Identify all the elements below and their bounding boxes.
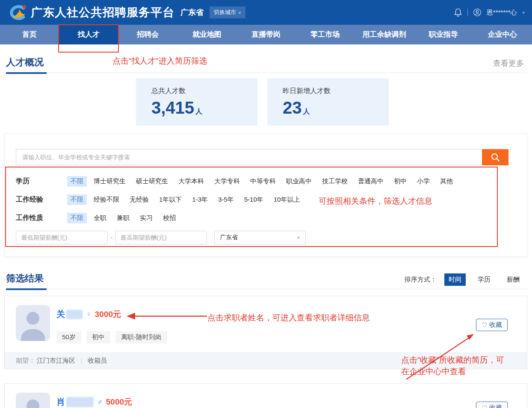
candidate-name-link[interactable]: 肖 <box>56 396 94 408</box>
nav-item-labor-surplus-adjustment[interactable]: 用工余缺调剂 <box>355 25 414 44</box>
filter-label-education: 学历 <box>16 177 67 186</box>
filter-option[interactable]: 无经验 <box>126 194 152 205</box>
brand[interactable]: 广东人社公共招聘服务平台 <box>7 4 174 21</box>
nav-item-employment-map[interactable]: 就业地图 <box>177 25 236 44</box>
filter-label-job-type: 工作性质 <box>16 214 67 223</box>
results-section: 筛选结果 排序方式： 时间学历薪酬 关 <box>0 270 532 408</box>
stat-card-new-talent: 昨日新增人才数 23人 <box>267 78 389 126</box>
sort-option-salary[interactable]: 薪酬 <box>502 273 524 286</box>
nav-item-find-talent[interactable]: 找人才 <box>59 25 118 44</box>
filter-option[interactable]: 5-10年 <box>241 194 267 205</box>
candidate-card: 肖 ♂ 5000元 ♡ 收藏 <box>4 383 527 408</box>
filter-option[interactable]: 技工学校 <box>319 176 351 187</box>
header-right: 恩*******心 ∨ <box>454 8 525 17</box>
card-main: 肖 ♂ 5000元 ♡ 收藏 <box>5 384 527 408</box>
stat-cards: 总共人才数 3,415人 昨日新增人才数 23人 <box>136 78 532 126</box>
filter-option[interactable]: 兼职 <box>113 213 133 223</box>
sort-area: 排序方式： 时间学历薪酬 <box>405 273 527 286</box>
candidate-tag: 离职-随时到岗 <box>115 331 167 343</box>
filter-option[interactable]: 博士研究生 <box>90 176 129 187</box>
filter-option[interactable]: 硕士研究生 <box>133 176 171 187</box>
stat-label: 昨日新增人才数 <box>283 87 389 96</box>
filter-row-experience: 工作经验不限经验不限无经验1年以下1-3年3-5年5-10年10年以上 <box>16 191 527 209</box>
filter-label-experience: 工作经验 <box>16 195 67 204</box>
chevron-down-icon[interactable]: ∨ <box>522 11 525 15</box>
filter-option[interactable]: 10年以上 <box>270 194 304 205</box>
sort-option-time[interactable]: 时间 <box>444 273 466 286</box>
filter-option[interactable]: 不限 <box>67 194 87 205</box>
nav-item-career-guidance[interactable]: 职业指导 <box>414 25 473 44</box>
stat-unit: 人 <box>303 108 310 115</box>
sort-option-education[interactable]: 学历 <box>473 273 495 286</box>
avatar-torso <box>21 329 45 341</box>
avatar <box>16 393 50 408</box>
filter-option[interactable]: 不限 <box>67 213 87 223</box>
chevron-down-icon: ∨ <box>238 11 241 15</box>
candidate-name-link[interactable]: 关 <box>56 308 83 320</box>
avatar-head <box>27 399 39 408</box>
annotation-nav-tip: 点击“找人才”进入简历筛选 <box>112 56 207 67</box>
favorite-button[interactable]: ♡ 收藏 <box>476 402 508 408</box>
site-title: 广东人社公共招聘服务平台 <box>31 5 174 20</box>
talent-overview-section: 人才概况 查看更多 总共人才数 3,415人 昨日新增人才数 23人 <box>0 54 532 126</box>
province-label: 广东省 <box>180 7 204 18</box>
favorite-button[interactable]: ♡ 收藏 <box>476 319 508 331</box>
female-icon: ♀ <box>86 310 92 319</box>
header-divider <box>467 9 468 16</box>
salary-min-input[interactable] <box>16 231 108 244</box>
filter-option[interactable]: 初中 <box>390 176 410 187</box>
search-button[interactable] <box>482 149 508 165</box>
section-title-overview: 人才概况 <box>6 54 44 73</box>
filter-option[interactable]: 实习 <box>136 213 156 223</box>
filter-option[interactable]: 中等专科 <box>247 176 279 187</box>
censored-name-block <box>66 310 83 319</box>
name-row: 关 ♀ 3000元 <box>56 308 167 320</box>
switch-city-button[interactable]: 切换城市 ∨ <box>210 6 245 18</box>
candidate-tag: 50岁 <box>56 331 81 343</box>
filter-option[interactable]: 大学本科 <box>175 176 207 187</box>
nav-item-home[interactable]: 首页 <box>0 25 59 44</box>
nav-item-job-fair[interactable]: 招聘会 <box>118 25 177 44</box>
search-input[interactable] <box>16 149 482 165</box>
region-select-value: 广东省 <box>220 234 238 241</box>
filter-option[interactable]: 大学专科 <box>211 176 243 187</box>
stat-card-total-talent: 总共人才数 3,415人 <box>136 78 257 126</box>
candidate-info: 关 ♀ 3000元 50岁初中离职-随时到岗 <box>56 305 167 343</box>
expect-label: 期望： <box>16 357 35 365</box>
nav-item-live-streaming-jobs[interactable]: 直播带岗 <box>236 25 296 44</box>
site-logo-icon <box>7 4 27 21</box>
filter-option[interactable]: 1-3年 <box>189 194 211 205</box>
filter-option[interactable]: 3-5年 <box>215 194 237 205</box>
filter-option[interactable]: 其他 <box>437 176 456 187</box>
candidate-info: 肖 ♂ 5000元 <box>56 393 132 408</box>
filter-option[interactable]: 职业高中 <box>283 176 315 187</box>
annotation-favorite-tip: 点击“收藏”所收藏的简历，可 在企业中心中查看 <box>401 354 504 377</box>
top-header: 广东人社公共招聘服务平台 广东省 切换城市 ∨ 恩*******心 ∨ <box>0 0 532 25</box>
filter-row-education: 学历不限博士研究生硕士研究生大学本科大学专科中等专科职业高中技工学校普通高中初中… <box>16 172 527 191</box>
nav-item-enterprise-center[interactable]: 企业中心 <box>473 25 532 44</box>
filter-option[interactable]: 不限 <box>67 176 87 187</box>
expected-salary: 5000元 <box>106 396 132 408</box>
nav-item-gig-market[interactable]: 零工市场 <box>296 25 355 44</box>
filter-option[interactable]: 经验不限 <box>90 194 123 205</box>
filter-option[interactable]: 全职 <box>90 213 110 223</box>
heart-icon: ♡ <box>482 322 487 328</box>
stat-value: 23人 <box>283 99 389 116</box>
name-row: 肖 ♂ 5000元 <box>56 396 132 408</box>
view-more-link[interactable]: 查看更多 <box>493 58 527 68</box>
username[interactable]: 恩*******心 <box>487 9 517 17</box>
salary-max-input[interactable] <box>115 231 207 244</box>
filter-option[interactable]: 校招 <box>160 213 179 223</box>
results-head: 筛选结果 排序方式： 时间学历薪酬 <box>6 270 527 289</box>
region-select[interactable]: 广东省 ∨ <box>214 231 306 244</box>
bell-icon[interactable] <box>454 8 462 17</box>
sort-label: 排序方式： <box>405 276 437 284</box>
expect-job: 收箱员 <box>88 357 107 365</box>
salary-row: - 广东省 ∨ <box>16 231 527 244</box>
filter-option[interactable]: 普通高中 <box>355 176 387 187</box>
filter-option[interactable]: 1年以下 <box>156 194 185 205</box>
male-icon: ♂ <box>97 398 103 406</box>
stat-unit: 人 <box>195 108 202 115</box>
filter-option[interactable]: 小学 <box>414 176 433 187</box>
search-icon <box>490 152 500 162</box>
